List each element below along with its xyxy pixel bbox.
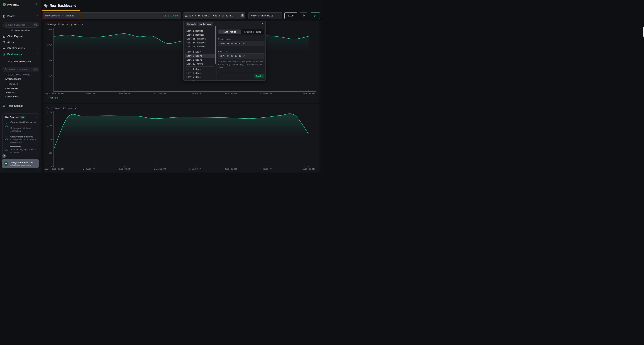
time-option[interactable]: Last 14 days bbox=[184, 79, 216, 81]
gs-item-desc: Configure where your data comes from bbox=[10, 138, 37, 144]
svg-text:4:15:00 PM: 4:15:00 PM bbox=[225, 93, 237, 95]
saved-dashboards-input[interactable]: Saved Dashboards ⌘K bbox=[2, 67, 39, 72]
play-button[interactable]: ▷ bbox=[311, 12, 320, 19]
sidebar-item-team-settings[interactable]: Team Settings bbox=[0, 104, 41, 108]
sidebar-item-dashboards[interactable]: Dashboards bbox=[0, 52, 41, 56]
time-picker-popover: 1h back 1h forward × Last 1 minuteLast 5… bbox=[183, 20, 266, 81]
time-range-value: Aug 4 14:12:51 - Aug 4 17:12:51 bbox=[189, 14, 233, 17]
refresh-icon: ↻ bbox=[302, 14, 305, 17]
gs-item-title[interactable]: Add Data bbox=[10, 145, 37, 148]
sidebar-item-search[interactable]: Search bbox=[0, 14, 41, 18]
svg-text:2:35:00 PM: 2:35:00 PM bbox=[83, 168, 95, 170]
gs-item-desc: Start sending logs, metrics, or traces bbox=[10, 148, 37, 154]
chart-panel-event-count[interactable]: Event count by service 2.2K1.7K1.1K5500A… bbox=[44, 104, 320, 172]
chevron-down-icon bbox=[5, 83, 6, 84]
granularity-value: Auto Granularity bbox=[251, 14, 273, 17]
time-range-input[interactable]: Aug 4 14:12:51 - Aug 4 17:12:51 d bbox=[183, 12, 245, 19]
nav-label: Alerts bbox=[7, 41, 14, 44]
get-started-title: Get Started bbox=[5, 116, 18, 119]
sidebar-search-label: Search bbox=[7, 15, 15, 17]
time-option[interactable]: Last 45 minutes bbox=[184, 45, 216, 49]
tab-around-a-time[interactable]: Around a time bbox=[241, 29, 264, 34]
sidebar-item-alerts[interactable]: Alerts bbox=[0, 40, 41, 44]
time-option[interactable]: Last 1 minute bbox=[184, 29, 216, 33]
help-button[interactable]: ? bbox=[2, 154, 6, 158]
time-option[interactable]: Last 7 days bbox=[184, 75, 216, 79]
query-language-toggle[interactable]: SQL|Lucene bbox=[162, 14, 178, 17]
svg-text:3:50:00 PM: 3:50:00 PM bbox=[190, 168, 202, 170]
saved-searches-input[interactable]: Saved Searches ⌘K bbox=[2, 22, 39, 27]
create-dashboard-button[interactable]: + Create Dashboard bbox=[0, 59, 41, 63]
time-option[interactable]: Last 30 minutes bbox=[184, 41, 216, 45]
gs-item-title[interactable]: Connect to ClickHouse bbox=[10, 121, 37, 124]
svg-text:5:10:00 PM: 5:10:00 PM bbox=[303, 168, 315, 170]
filter-query-value: ServiceName:"frontend" bbox=[45, 14, 162, 17]
check-circle-icon: ✓ bbox=[5, 148, 8, 151]
time-option[interactable]: Last 5 minutes bbox=[184, 33, 216, 37]
plus-icon: + bbox=[8, 60, 10, 63]
chevron-down-icon bbox=[278, 15, 280, 16]
svg-text:4:40:00 PM: 4:40:00 PM bbox=[260, 168, 272, 170]
account-chip[interactable]: D dale@clickhouse.com dale@clickhouse.co… bbox=[2, 159, 39, 168]
time-option[interactable]: Last 12 hours bbox=[184, 62, 216, 66]
sidebar-item-kubernetes[interactable]: Kubernetes bbox=[5, 95, 18, 98]
laptop-icon bbox=[2, 47, 5, 49]
tab-time-range[interactable]: Time range bbox=[218, 29, 241, 34]
dashboards-icon bbox=[2, 53, 5, 56]
svg-text:Aug 4 2:10:00 PM: Aug 4 2:10:00 PM bbox=[44, 168, 64, 170]
dashboard-filter-input[interactable]: ServiceName:"frontend" SQL|Lucene bbox=[42, 12, 181, 19]
svg-text:3:25:00 PM: 3:25:00 PM bbox=[154, 93, 166, 95]
time-option[interactable]: Last 2 days bbox=[184, 71, 216, 75]
sidebar-collapse-icon[interactable] bbox=[35, 3, 38, 5]
close-icon[interactable]: × bbox=[262, 22, 263, 25]
sidebar: ⚡ HyperDX Search Saved Searches ⌘K No sa… bbox=[0, 0, 41, 172]
chevron-up-icon[interactable] bbox=[35, 117, 37, 118]
sidebar-item-clickhouse[interactable]: ClickHouse bbox=[5, 87, 18, 90]
refresh-button[interactable]: ↻ bbox=[300, 12, 307, 19]
start-time-input[interactable]: 2025-08-04 14:12:51 bbox=[218, 41, 264, 46]
presets-header[interactable]: PRESETS bbox=[5, 83, 18, 85]
svg-text:5:10:00 PM: 5:10:00 PM bbox=[303, 93, 315, 95]
apply-button[interactable]: Apply bbox=[254, 74, 264, 78]
scrollbar-thumb[interactable] bbox=[215, 26, 216, 64]
svg-text:0: 0 bbox=[51, 166, 52, 168]
sidebar-item-client-sessions[interactable]: Client Sessions bbox=[0, 46, 41, 50]
svg-text:4:40:00 PM: 4:40:00 PM bbox=[260, 93, 272, 95]
svg-text:2.2K: 2.2K bbox=[48, 111, 52, 113]
time-option[interactable]: Last 6 hours bbox=[184, 58, 216, 62]
chart-panel-average-duration[interactable]: Average duration by service 260K195K130K… bbox=[44, 20, 320, 103]
time-option[interactable]: Last 1 days bbox=[184, 67, 216, 71]
resize-handle-icon[interactable] bbox=[317, 100, 318, 101]
sidebar-item-chart-explorer[interactable]: Chart Explorer bbox=[0, 34, 41, 38]
back-1h-button[interactable]: 1h back bbox=[186, 22, 197, 26]
nav-label: Chart Explorer bbox=[7, 35, 24, 38]
forward-1h-button[interactable]: 1h forward bbox=[198, 22, 213, 26]
live-button[interactable]: Live bbox=[284, 12, 297, 19]
lucene-toggle[interactable]: Lucene bbox=[170, 14, 178, 17]
gs-item-title[interactable]: Create Data Sources bbox=[10, 135, 37, 138]
end-time-input[interactable]: 2025-08-04 17:12:51 bbox=[218, 53, 264, 59]
sidebar-item-services[interactable]: Services bbox=[5, 91, 15, 94]
create-dashboard-label: Create Dashboard bbox=[11, 60, 31, 63]
gs-item-desc: Set up your database connection bbox=[10, 127, 37, 133]
account-email: dale@clickhouse.com bbox=[10, 161, 36, 164]
granularity-select[interactable]: Auto Granularity bbox=[248, 12, 282, 19]
svg-text:550: 550 bbox=[48, 152, 52, 154]
saved-dashboards-header[interactable]: SAVED DASHBOARDS bbox=[5, 74, 32, 76]
natural-language-hint: You can use natural language to select d… bbox=[218, 60, 265, 69]
team-settings-label: Team Settings bbox=[7, 104, 23, 107]
chart-explorer-icon bbox=[2, 35, 5, 38]
end-time-label: End time bbox=[218, 50, 228, 53]
svg-text:4:15:00 PM: 4:15:00 PM bbox=[225, 168, 237, 170]
avatar: D bbox=[4, 161, 8, 166]
chevron-down-icon bbox=[5, 74, 6, 75]
time-option[interactable]: Last 3 hours bbox=[185, 54, 215, 58]
line-chart-event-count: 2.2K1.7K1.1K5500Aug 4 2:10:00 PM2:35:00 … bbox=[44, 104, 320, 172]
chevron-up-icon bbox=[37, 15, 38, 17]
time-option[interactable]: Last 1 hour bbox=[184, 50, 216, 54]
bell-icon bbox=[2, 41, 5, 44]
sidebar-item-my-dashboard[interactable]: My Dashboard bbox=[5, 78, 21, 80]
svg-text:Aug 4 2:10:00 PM: Aug 4 2:10:00 PM bbox=[44, 93, 64, 95]
sql-toggle[interactable]: SQL bbox=[162, 14, 167, 17]
time-option[interactable]: Last 15 minutes bbox=[184, 37, 216, 41]
